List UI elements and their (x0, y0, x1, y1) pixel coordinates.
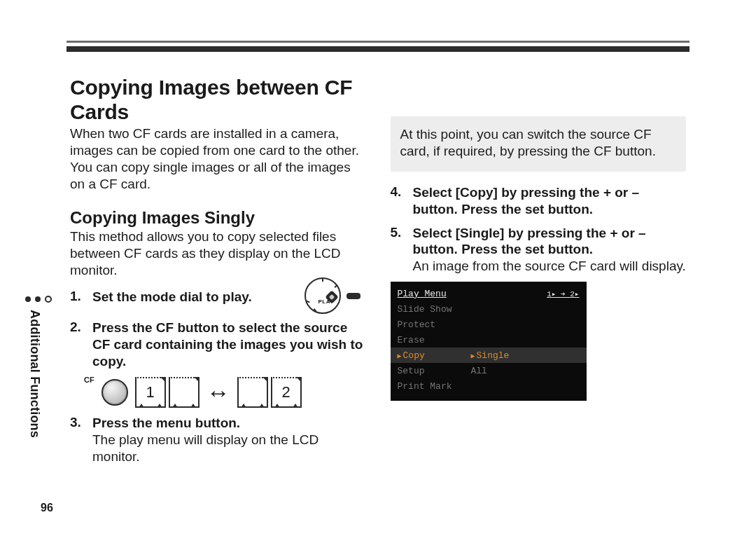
source-cards-icon: 1 (135, 377, 200, 408)
lcd-cell: Slide Show (398, 304, 471, 315)
cf-card-2-icon: 2 (271, 377, 302, 408)
lcd-cell: Setup (398, 366, 471, 376)
step-text-rest: An image from the source CF card will di… (413, 259, 686, 273)
cf-label: CF (84, 376, 94, 384)
swap-arrow-icon: ↔ (206, 380, 230, 404)
intro-paragraph-1: When two CF cards are installed in a cam… (70, 125, 366, 193)
step-text-bold: Press the menu button. (92, 415, 240, 430)
step-5: 5. Select [Single] by pressing the + or … (391, 225, 687, 275)
rule-thick (66, 46, 690, 52)
step-2: 2. Press the CF button to select the sou… (70, 319, 366, 370)
step-number: 2. (70, 319, 85, 370)
side-tab-dots (24, 294, 52, 304)
heading-1: Copying Images between CF Cards (70, 76, 366, 124)
lcd-title: Play Menu (398, 289, 471, 299)
lcd-menu-rows: Slide ShowProtectEraseCopySingleSetupAll… (391, 301, 587, 394)
lcd-row: Protect (391, 317, 587, 332)
lcd-header-row: Play Menu 1▸ ➔ 2▸ (391, 286, 587, 301)
lcd-cell: Copy (398, 350, 471, 361)
side-tab-label: Additional Functions (27, 310, 42, 438)
step-4: 4. Select [Copy] by pressing the + or – … (391, 184, 687, 218)
lcd-row: SetupAll (391, 363, 587, 378)
content-columns: Copying Images between CF Cards When two… (70, 76, 686, 472)
lcd-transfer-indicator: 1▸ ➔ 2▸ (531, 289, 580, 298)
cf-card-1-icon: 1 (135, 377, 166, 408)
step-3: 3. Press the menu button. The play menu … (70, 415, 366, 465)
lcd-screenshot: Play Menu 1▸ ➔ 2▸ Slide ShowProtectErase… (391, 282, 587, 401)
step-number: 4. (391, 184, 406, 218)
mode-dial-icon: PLAY (304, 277, 341, 314)
step-number: 1. (70, 289, 85, 305)
note-box: At this point, you can switch the source… (391, 116, 687, 172)
step-text-rest: The play menu will display on the LCD mo… (92, 432, 318, 464)
lcd-cell: Print Mark (398, 381, 471, 392)
cf-button-icon (102, 379, 128, 406)
cf-card-blank-icon (237, 377, 268, 408)
dest-cards-icon: 2 (237, 377, 302, 408)
lcd-cell: Protect (398, 319, 471, 330)
step-text: Select [Copy] by pressing the + or – but… (413, 185, 640, 217)
step-text: Set the mode dial to play. (92, 289, 252, 304)
lcd-row: Erase (391, 332, 587, 348)
step-number: 3. (70, 415, 85, 465)
lcd-row: Slide Show (391, 301, 587, 317)
heading-2: Copying Images Singly (70, 208, 366, 228)
mode-dial-figure: PLAY (304, 277, 360, 319)
lcd-row-selected: CopySingle (391, 348, 587, 363)
step-text: Press the CF button to select the source… (92, 320, 363, 369)
right-column: At this point, you can switch the source… (391, 76, 687, 472)
lcd-row: Print Mark (391, 378, 587, 394)
page-number: 96 (41, 502, 53, 514)
cf-transfer-figure: CF 1 ↔ (84, 377, 366, 408)
rule-thin (66, 41, 690, 43)
cf-card-blank-icon (169, 377, 200, 408)
lcd-cell: Erase (398, 335, 471, 345)
step-number: 5. (391, 225, 406, 275)
steps-left: 1. Set the mode dial to play. PLAY 2. Pr… (70, 289, 366, 465)
manual-page: Additional Functions 96 Copying Images b… (0, 0, 756, 536)
lcd-cell: Single (471, 350, 531, 361)
left-column: Copying Images between CF Cards When two… (70, 76, 366, 472)
intro-paragraph-2: This method allows you to copy selected … (70, 228, 366, 279)
dash-icon (346, 293, 360, 299)
lcd-cell: All (471, 366, 531, 376)
step-text-bold: Select [Single] by pressing the + or – b… (413, 226, 646, 257)
